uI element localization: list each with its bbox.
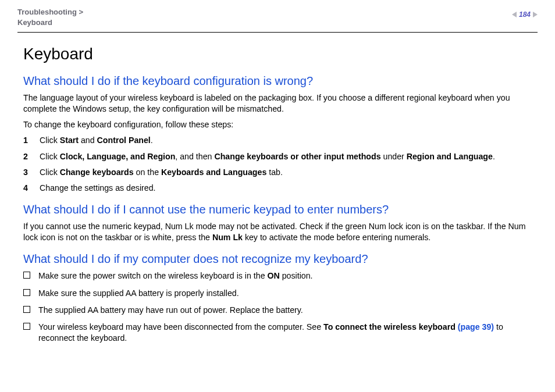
page-number: 184 xyxy=(519,10,531,19)
bullet-box-icon xyxy=(23,306,30,313)
q3-bullets: Make sure the power switch on the wirele… xyxy=(23,270,532,344)
bullet-box-icon xyxy=(23,323,30,330)
page-nav: 184 xyxy=(512,7,538,19)
step-number: 2 xyxy=(23,151,31,162)
step-1: 1 Click Start and Control Panel. xyxy=(23,135,532,146)
bold-run: To connect the wireless keyboard xyxy=(323,322,456,332)
next-page-icon[interactable] xyxy=(533,12,538,17)
text-run: . xyxy=(493,152,495,161)
item-text: Make sure the supplied AA battery is pro… xyxy=(38,288,239,299)
text-run: . xyxy=(151,136,153,145)
text-run: and xyxy=(79,136,97,145)
q1-steps: 1 Click Start and Control Panel. 2 Click… xyxy=(23,135,532,194)
text-run: on the xyxy=(134,168,161,177)
breadcrumb-line-2: Keyboard xyxy=(17,17,83,28)
breadcrumb: Troubleshooting > Keyboard xyxy=(17,7,83,27)
page-title: Keyboard xyxy=(23,43,532,65)
bold-run: Clock, Language, and Region xyxy=(60,152,176,161)
text-run: key to activate the mode before entering… xyxy=(243,233,431,242)
bold-run: ON xyxy=(268,271,280,280)
text-run: Your wireless keyboard may have been dis… xyxy=(38,322,323,332)
step-number: 4 xyxy=(23,183,31,194)
page-header: Troubleshooting > Keyboard 184 xyxy=(0,0,555,32)
q2-paragraph: If you cannot use the numeric keypad, Nu… xyxy=(23,221,532,243)
bold-run: Num Lk xyxy=(212,233,243,242)
item-text: Make sure the power switch on the wirele… xyxy=(38,270,313,281)
text-run: Make sure the power switch on the wirele… xyxy=(38,271,268,280)
step-text: Change the settings as desired. xyxy=(40,183,156,194)
item-text: Your wireless keyboard may have been dis… xyxy=(38,322,532,344)
step-text: Click Clock, Language, and Region, and t… xyxy=(40,151,495,162)
text-run: Click xyxy=(40,136,60,145)
list-item: The supplied AA battery may have run out… xyxy=(23,305,532,316)
step-4: 4 Change the settings as desired. xyxy=(23,183,532,194)
list-item: Your wireless keyboard may have been dis… xyxy=(23,322,532,344)
step-3: 3 Click Change keyboards on the Keyboard… xyxy=(23,167,532,178)
text-run: position. xyxy=(280,271,313,280)
q1-paragraph-2: To change the keyboard configuration, fo… xyxy=(23,119,532,130)
text-run: Click xyxy=(40,168,60,177)
bold-run: Start xyxy=(60,136,79,145)
step-text: Click Start and Control Panel. xyxy=(40,135,153,146)
bullet-box-icon xyxy=(23,289,30,296)
breadcrumb-line-1: Troubleshooting > xyxy=(17,7,83,17)
bold-run: Control Panel xyxy=(97,136,151,145)
step-text: Click Change keyboards on the Keyboards … xyxy=(40,167,283,178)
page-content: Keyboard What should I do if the keyboar… xyxy=(0,33,555,344)
list-item: Make sure the power switch on the wirele… xyxy=(23,270,532,281)
step-number: 1 xyxy=(23,135,31,146)
text-run: , and then xyxy=(175,152,214,161)
text-run: Click xyxy=(40,152,60,161)
step-number: 3 xyxy=(23,167,31,178)
text-run: under xyxy=(381,152,407,161)
step-2: 2 Click Clock, Language, and Region, and… xyxy=(23,151,532,162)
q1-paragraph-1: The language layout of your wireless key… xyxy=(23,92,532,115)
question-3-heading: What should I do if my computer does not… xyxy=(23,251,532,267)
bold-run: Change keyboards xyxy=(60,168,134,177)
prev-page-icon[interactable] xyxy=(512,12,517,17)
text-run: tab. xyxy=(266,168,283,177)
bullet-box-icon xyxy=(23,272,30,279)
bold-run: Keyboards and Languages xyxy=(161,168,266,177)
page-link[interactable]: (page 39) xyxy=(456,322,494,332)
item-text: The supplied AA battery may have run out… xyxy=(38,305,303,316)
question-1-heading: What should I do if the keyboard configu… xyxy=(23,73,532,89)
question-2-heading: What should I do if I cannot use the num… xyxy=(23,202,532,218)
bold-run: Region and Language xyxy=(407,152,493,161)
list-item: Make sure the supplied AA battery is pro… xyxy=(23,288,532,299)
bold-run: Change keyboards or other input methods xyxy=(214,152,380,161)
